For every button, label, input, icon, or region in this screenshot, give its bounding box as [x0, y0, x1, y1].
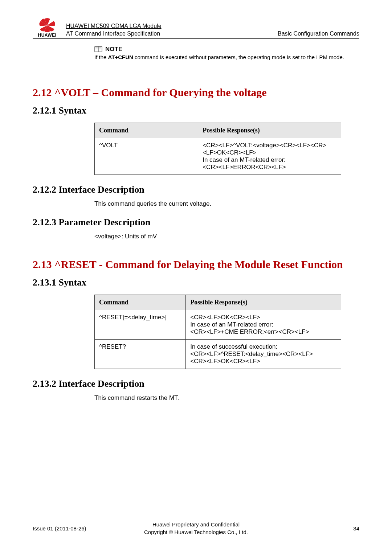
huawei-logo: HUAWEI	[33, 18, 62, 38]
table-header-row: Command Possible Response(s)	[95, 295, 341, 310]
col-command: Command	[95, 123, 198, 138]
section-212-iface-heading: 2.12.2 Interface Description	[33, 184, 359, 195]
note-text: If the AT+CFUN command is executed witho…	[94, 54, 348, 61]
cell-command: ^RESET[=<delay_time>]	[95, 310, 186, 340]
section-212-heading: 2.12 ^VOLT – Command for Querying the vo…	[33, 86, 359, 99]
section-212-param-text: <voltage>: Units of mV	[94, 233, 359, 240]
volt-syntax-table: Command Possible Response(s) ^VOLT <CR><…	[94, 123, 341, 175]
header-title-block: HUAWEI MC509 CDMA LGA Module AT Command …	[66, 22, 273, 38]
footer-center-line1: Huawei Proprietary and Confidential	[144, 521, 248, 528]
section-213-iface-text: This command restarts the MT.	[94, 394, 359, 402]
col-response: Possible Response(s)	[198, 123, 341, 138]
table-row: ^RESET[=<delay_time>] <CR><LF>OK<CR><LF>…	[95, 310, 341, 340]
cell-response: In case of successful execution: <CR><LF…	[186, 340, 341, 369]
flower-icon	[36, 18, 58, 33]
table-header-row: Command Possible Response(s)	[95, 123, 341, 138]
section-213-iface-heading: 2.13.2 Interface Description	[33, 378, 359, 389]
page-header: HUAWEI HUAWEI MC509 CDMA LGA Module AT C…	[33, 15, 359, 38]
footer-center: Huawei Proprietary and Confidential Copy…	[144, 521, 248, 536]
cell-response: <CR><LF>OK<CR><LF> In case of an MT-rela…	[186, 310, 341, 340]
header-section-name: Basic Configuration Commands	[278, 30, 359, 38]
reset-syntax-table: Command Possible Response(s) ^RESET[=<de…	[94, 295, 341, 369]
footer-left: Issue 01 (2011-08-26)	[33, 525, 144, 532]
logo-text: HUAWEI	[38, 33, 57, 38]
cell-command: ^VOLT	[95, 138, 198, 175]
section-213-heading: 2.13 ^RESET - Command for Delaying the M…	[33, 258, 359, 271]
section-212-iface-text: This command queries the current voltage…	[94, 200, 359, 208]
footer-center-line2: Copyright © Huawei Technologies Co., Ltd…	[144, 528, 248, 536]
table-row: ^RESET? In case of successful execution:…	[95, 340, 341, 369]
table-row: ^VOLT <CR><LF>^VOLT:<voltage><CR><LF><CR…	[95, 138, 341, 175]
section-213-syntax-heading: 2.13.1 Syntax	[33, 277, 359, 288]
cell-response: <CR><LF>^VOLT:<voltage><CR><LF><CR><LF>O…	[198, 138, 341, 175]
col-response: Possible Response(s)	[186, 295, 341, 310]
header-line1: HUAWEI MC509 CDMA LGA Module	[66, 22, 273, 30]
header-line2: AT Command Interface Specification	[66, 30, 273, 38]
note-title-row: NOTE	[94, 46, 348, 53]
note-title: NOTE	[105, 46, 122, 53]
note-block: NOTE If the AT+CFUN command is executed …	[94, 46, 348, 61]
cell-command: ^RESET?	[95, 340, 186, 369]
section-212-param-heading: 2.12.3 Parameter Description	[33, 217, 359, 228]
footer-page-number: 34	[248, 525, 359, 532]
header-rule	[33, 38, 359, 39]
section-212-syntax-heading: 2.12.1 Syntax	[33, 105, 359, 116]
page-footer: Issue 01 (2011-08-26) Huawei Proprietary…	[33, 516, 359, 536]
page-root: HUAWEI HUAWEI MC509 CDMA LGA Module AT C…	[0, 0, 392, 554]
col-command: Command	[95, 295, 186, 310]
book-icon	[94, 46, 102, 53]
